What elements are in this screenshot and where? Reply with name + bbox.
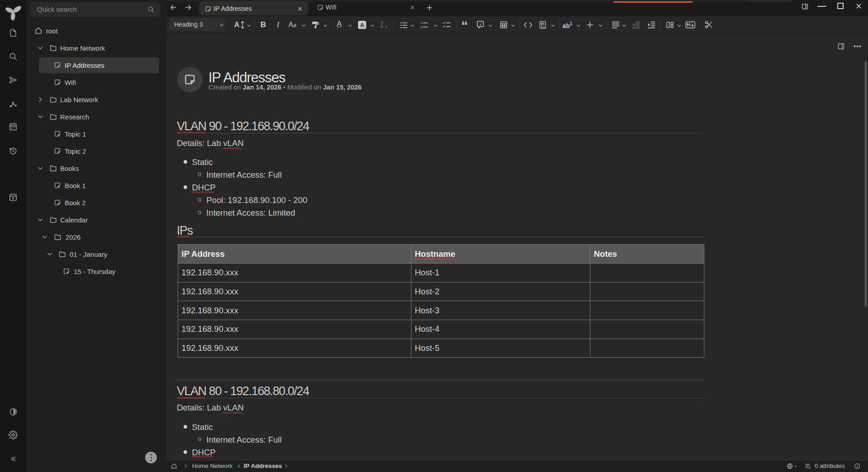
svg-text:1: 1 xyxy=(420,21,422,24)
svg-text:2: 2 xyxy=(420,26,422,29)
